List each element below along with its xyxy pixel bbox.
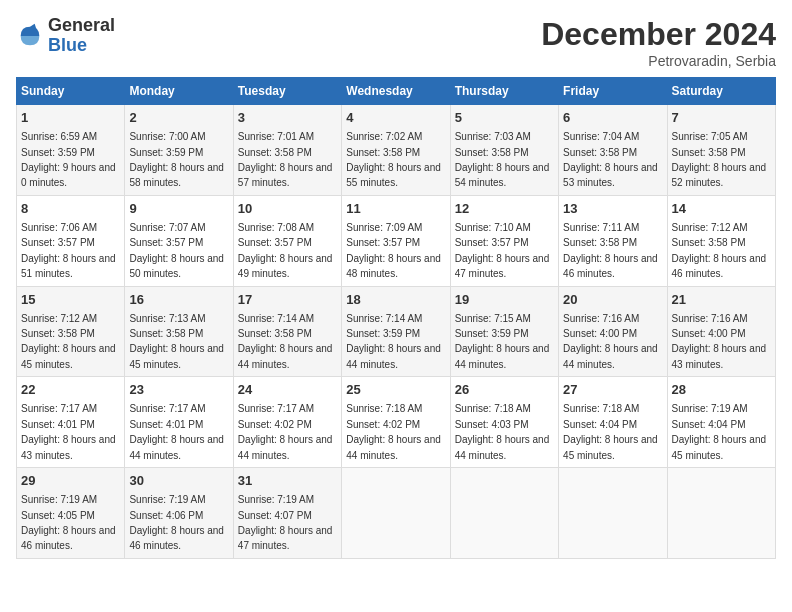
day-cell: 14 Sunrise: 7:12 AMSunset: 3:58 PMDaylig…: [667, 195, 775, 286]
day-number: 24: [238, 381, 337, 399]
day-info: Sunrise: 7:06 AMSunset: 3:57 PMDaylight:…: [21, 222, 116, 279]
day-number: 21: [672, 291, 771, 309]
day-info: Sunrise: 7:14 AMSunset: 3:59 PMDaylight:…: [346, 313, 441, 370]
day-number: 7: [672, 109, 771, 127]
calendar-table: SundayMondayTuesdayWednesdayThursdayFrid…: [16, 77, 776, 559]
day-number: 26: [455, 381, 554, 399]
day-number: 28: [672, 381, 771, 399]
day-number: 18: [346, 291, 445, 309]
day-info: Sunrise: 7:02 AMSunset: 3:58 PMDaylight:…: [346, 131, 441, 188]
day-cell: 30 Sunrise: 7:19 AMSunset: 4:06 PMDaylig…: [125, 468, 233, 559]
day-info: Sunrise: 7:19 AMSunset: 4:06 PMDaylight:…: [129, 494, 224, 551]
logo-text: General Blue: [48, 16, 115, 56]
day-info: Sunrise: 7:19 AMSunset: 4:05 PMDaylight:…: [21, 494, 116, 551]
day-cell: 6 Sunrise: 7:04 AMSunset: 3:58 PMDayligh…: [559, 105, 667, 196]
week-row-3: 15 Sunrise: 7:12 AMSunset: 3:58 PMDaylig…: [17, 286, 776, 377]
day-number: 14: [672, 200, 771, 218]
day-info: Sunrise: 7:12 AMSunset: 3:58 PMDaylight:…: [672, 222, 767, 279]
logo-general: General: [48, 16, 115, 36]
day-cell: 10 Sunrise: 7:08 AMSunset: 3:57 PMDaylig…: [233, 195, 341, 286]
day-cell: 19 Sunrise: 7:15 AMSunset: 3:59 PMDaylig…: [450, 286, 558, 377]
week-row-5: 29 Sunrise: 7:19 AMSunset: 4:05 PMDaylig…: [17, 468, 776, 559]
day-number: 16: [129, 291, 228, 309]
main-title: December 2024: [541, 16, 776, 53]
day-number: 4: [346, 109, 445, 127]
day-info: Sunrise: 7:17 AMSunset: 4:01 PMDaylight:…: [21, 403, 116, 460]
day-cell: 7 Sunrise: 7:05 AMSunset: 3:58 PMDayligh…: [667, 105, 775, 196]
day-number: 31: [238, 472, 337, 490]
header-row: SundayMondayTuesdayWednesdayThursdayFrid…: [17, 78, 776, 105]
day-cell: [559, 468, 667, 559]
day-info: Sunrise: 7:03 AMSunset: 3:58 PMDaylight:…: [455, 131, 550, 188]
day-cell: 26 Sunrise: 7:18 AMSunset: 4:03 PMDaylig…: [450, 377, 558, 468]
day-number: 11: [346, 200, 445, 218]
day-number: 19: [455, 291, 554, 309]
day-info: Sunrise: 7:09 AMSunset: 3:57 PMDaylight:…: [346, 222, 441, 279]
week-row-1: 1 Sunrise: 6:59 AMSunset: 3:59 PMDayligh…: [17, 105, 776, 196]
day-cell: [342, 468, 450, 559]
day-info: Sunrise: 7:16 AMSunset: 4:00 PMDaylight:…: [563, 313, 658, 370]
day-number: 29: [21, 472, 120, 490]
day-info: Sunrise: 7:07 AMSunset: 3:57 PMDaylight:…: [129, 222, 224, 279]
day-info: Sunrise: 7:11 AMSunset: 3:58 PMDaylight:…: [563, 222, 658, 279]
day-cell: [667, 468, 775, 559]
day-info: Sunrise: 7:16 AMSunset: 4:00 PMDaylight:…: [672, 313, 767, 370]
day-cell: 27 Sunrise: 7:18 AMSunset: 4:04 PMDaylig…: [559, 377, 667, 468]
day-info: Sunrise: 7:17 AMSunset: 4:01 PMDaylight:…: [129, 403, 224, 460]
day-cell: 28 Sunrise: 7:19 AMSunset: 4:04 PMDaylig…: [667, 377, 775, 468]
logo-blue: Blue: [48, 36, 115, 56]
day-number: 30: [129, 472, 228, 490]
day-number: 8: [21, 200, 120, 218]
header-thursday: Thursday: [450, 78, 558, 105]
day-cell: 18 Sunrise: 7:14 AMSunset: 3:59 PMDaylig…: [342, 286, 450, 377]
header-saturday: Saturday: [667, 78, 775, 105]
day-cell: 22 Sunrise: 7:17 AMSunset: 4:01 PMDaylig…: [17, 377, 125, 468]
day-info: Sunrise: 7:00 AMSunset: 3:59 PMDaylight:…: [129, 131, 224, 188]
header-sunday: Sunday: [17, 78, 125, 105]
day-cell: 21 Sunrise: 7:16 AMSunset: 4:00 PMDaylig…: [667, 286, 775, 377]
title-block: December 2024 Petrovaradin, Serbia: [541, 16, 776, 69]
day-cell: 5 Sunrise: 7:03 AMSunset: 3:58 PMDayligh…: [450, 105, 558, 196]
logo-icon: [16, 22, 44, 50]
day-cell: 12 Sunrise: 7:10 AMSunset: 3:57 PMDaylig…: [450, 195, 558, 286]
day-info: Sunrise: 7:01 AMSunset: 3:58 PMDaylight:…: [238, 131, 333, 188]
day-info: Sunrise: 7:08 AMSunset: 3:57 PMDaylight:…: [238, 222, 333, 279]
header-tuesday: Tuesday: [233, 78, 341, 105]
day-info: Sunrise: 7:17 AMSunset: 4:02 PMDaylight:…: [238, 403, 333, 460]
day-cell: 2 Sunrise: 7:00 AMSunset: 3:59 PMDayligh…: [125, 105, 233, 196]
day-number: 15: [21, 291, 120, 309]
day-number: 6: [563, 109, 662, 127]
day-number: 10: [238, 200, 337, 218]
day-cell: 23 Sunrise: 7:17 AMSunset: 4:01 PMDaylig…: [125, 377, 233, 468]
day-number: 9: [129, 200, 228, 218]
day-info: Sunrise: 7:18 AMSunset: 4:04 PMDaylight:…: [563, 403, 658, 460]
day-cell: 31 Sunrise: 7:19 AMSunset: 4:07 PMDaylig…: [233, 468, 341, 559]
day-info: Sunrise: 7:14 AMSunset: 3:58 PMDaylight:…: [238, 313, 333, 370]
day-info: Sunrise: 7:19 AMSunset: 4:07 PMDaylight:…: [238, 494, 333, 551]
header-friday: Friday: [559, 78, 667, 105]
day-number: 25: [346, 381, 445, 399]
week-row-4: 22 Sunrise: 7:17 AMSunset: 4:01 PMDaylig…: [17, 377, 776, 468]
day-info: Sunrise: 6:59 AMSunset: 3:59 PMDaylight:…: [21, 131, 116, 188]
day-cell: 13 Sunrise: 7:11 AMSunset: 3:58 PMDaylig…: [559, 195, 667, 286]
day-number: 5: [455, 109, 554, 127]
day-info: Sunrise: 7:15 AMSunset: 3:59 PMDaylight:…: [455, 313, 550, 370]
day-info: Sunrise: 7:19 AMSunset: 4:04 PMDaylight:…: [672, 403, 767, 460]
day-cell: 24 Sunrise: 7:17 AMSunset: 4:02 PMDaylig…: [233, 377, 341, 468]
week-row-2: 8 Sunrise: 7:06 AMSunset: 3:57 PMDayligh…: [17, 195, 776, 286]
day-info: Sunrise: 7:10 AMSunset: 3:57 PMDaylight:…: [455, 222, 550, 279]
day-cell: 3 Sunrise: 7:01 AMSunset: 3:58 PMDayligh…: [233, 105, 341, 196]
day-cell: 29 Sunrise: 7:19 AMSunset: 4:05 PMDaylig…: [17, 468, 125, 559]
day-cell: 20 Sunrise: 7:16 AMSunset: 4:00 PMDaylig…: [559, 286, 667, 377]
day-number: 1: [21, 109, 120, 127]
header-monday: Monday: [125, 78, 233, 105]
day-number: 12: [455, 200, 554, 218]
day-number: 27: [563, 381, 662, 399]
day-cell: 11 Sunrise: 7:09 AMSunset: 3:57 PMDaylig…: [342, 195, 450, 286]
day-number: 22: [21, 381, 120, 399]
day-info: Sunrise: 7:18 AMSunset: 4:02 PMDaylight:…: [346, 403, 441, 460]
day-number: 13: [563, 200, 662, 218]
subtitle: Petrovaradin, Serbia: [541, 53, 776, 69]
day-info: Sunrise: 7:12 AMSunset: 3:58 PMDaylight:…: [21, 313, 116, 370]
header-wednesday: Wednesday: [342, 78, 450, 105]
